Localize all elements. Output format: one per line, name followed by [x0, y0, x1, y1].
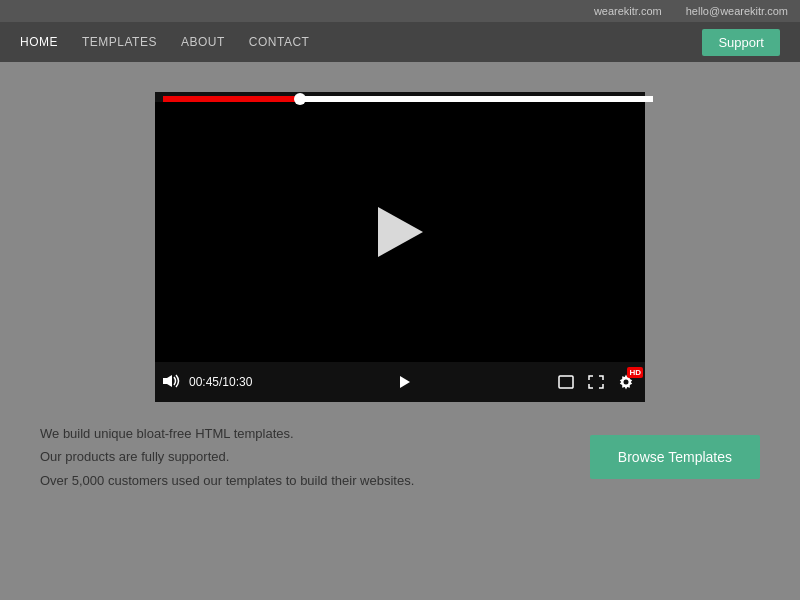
page: wearekitr.com hello@wearekitr.com HOME T… [0, 0, 800, 600]
desc-line1: We build unique bloat-free HTML template… [40, 422, 414, 445]
browse-templates-button[interactable]: Browse Templates [590, 435, 760, 479]
fullscreen-icon[interactable] [585, 371, 607, 393]
top-bar: wearekitr.com hello@wearekitr.com [0, 0, 800, 22]
desc-line2: Our products are fully supported. [40, 445, 414, 468]
svg-marker-1 [167, 375, 172, 387]
nav-contact[interactable]: CONTACT [249, 35, 310, 49]
svg-rect-0 [163, 378, 167, 384]
desc-line3: Over 5,000 customers used our templates … [40, 469, 414, 492]
email-link[interactable]: hello@wearekitr.com [686, 5, 788, 17]
hd-badge: HD [627, 367, 643, 378]
progress-bar[interactable] [163, 96, 653, 102]
svg-point-5 [624, 380, 629, 385]
play-pause-button[interactable] [393, 371, 415, 393]
description-text: We build unique bloat-free HTML template… [40, 422, 414, 492]
nav-links: HOME TEMPLATES ABOUT CONTACT [20, 35, 309, 49]
time-display: 00:45/10:30 [189, 375, 252, 389]
window-icon[interactable] [555, 371, 577, 393]
svg-marker-2 [400, 376, 410, 388]
nav-templates[interactable]: TEMPLATES [82, 35, 157, 49]
svg-rect-3 [559, 376, 573, 388]
volume-icon[interactable] [163, 374, 181, 391]
video-screen[interactable] [155, 102, 645, 362]
video-player: 00:45/10:30 [155, 92, 645, 402]
settings-wrapper: HD [615, 371, 637, 393]
progress-row [155, 92, 645, 102]
support-button[interactable]: Support [702, 29, 780, 56]
play-button-center-icon [378, 207, 423, 257]
nav-home[interactable]: HOME [20, 35, 58, 49]
progress-filled [163, 96, 300, 102]
video-area: 00:45/10:30 [0, 62, 800, 402]
nav-about[interactable]: ABOUT [181, 35, 225, 49]
website-link[interactable]: wearekitr.com [594, 5, 662, 17]
navbar: HOME TEMPLATES ABOUT CONTACT Support [0, 22, 800, 62]
video-controls: 00:45/10:30 [155, 362, 645, 402]
bottom-section: We build unique bloat-free HTML template… [0, 402, 800, 492]
